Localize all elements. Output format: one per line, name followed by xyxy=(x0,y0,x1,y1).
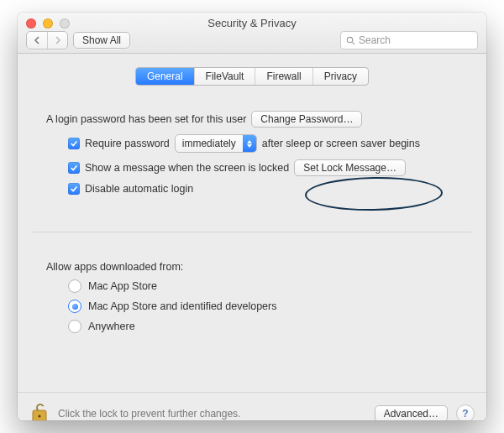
divider xyxy=(33,232,471,232)
tab-general[interactable]: General xyxy=(136,68,194,85)
help-button[interactable]: ? xyxy=(456,404,475,420)
gatekeeper-heading: Allow apps downloaded from: xyxy=(46,261,183,273)
svg-point-4 xyxy=(38,415,40,417)
check-icon xyxy=(70,139,78,148)
set-lock-message-button[interactable]: Set Lock Message… xyxy=(294,159,406,176)
preferences-window: Security & Privacy Show All Search Gener… xyxy=(18,13,486,420)
tab-bar: General FileVault Firewall Privacy xyxy=(135,67,369,86)
tab-firewall[interactable]: Firewall xyxy=(255,68,312,85)
stepper-arrows-icon xyxy=(243,135,256,152)
advanced-button[interactable]: Advanced… xyxy=(375,405,448,420)
tab-filevault[interactable]: FileVault xyxy=(194,68,255,85)
toolbar: Show All Search xyxy=(26,31,478,50)
tab-privacy[interactable]: Privacy xyxy=(312,68,368,85)
gatekeeper-section: Allow apps downloaded from: Mac App Stor… xyxy=(33,248,471,348)
password-section: A login password has been set for this u… xyxy=(33,101,471,210)
radio-mac-app-store-label: Mac App Store xyxy=(88,280,157,292)
require-password-label-after: after sleep or screen saver begins xyxy=(262,138,420,149)
lock-message-checkbox[interactable] xyxy=(68,162,80,174)
require-password-delay-select[interactable]: immediately xyxy=(175,134,257,153)
disable-auto-login-checkbox[interactable] xyxy=(68,183,80,195)
lock-hint: Click the lock to prevent further change… xyxy=(58,408,240,420)
back-button[interactable] xyxy=(27,32,47,49)
forward-button[interactable] xyxy=(47,32,67,49)
show-all-button[interactable]: Show All xyxy=(73,32,130,49)
search-field[interactable]: Search xyxy=(340,31,478,50)
require-password-delay-value: immediately xyxy=(176,138,243,149)
radio-mac-app-store[interactable] xyxy=(68,279,81,293)
check-icon xyxy=(70,185,78,193)
nav-segment xyxy=(26,31,68,50)
titlebar: Security & Privacy Show All Search xyxy=(18,13,486,54)
radio-identified-devs[interactable] xyxy=(68,300,81,313)
body: General FileVault Firewall Privacy A log… xyxy=(18,67,486,420)
password-status-text: A login password has been set for this u… xyxy=(46,113,246,125)
check-icon xyxy=(70,164,78,172)
lock-message-label: Show a message when the screen is locked xyxy=(85,162,289,174)
disable-auto-login-label: Disable automatic login xyxy=(85,183,193,195)
require-password-label-before: Require password xyxy=(85,138,170,149)
search-placeholder: Search xyxy=(359,34,391,46)
window-title: Security & Privacy xyxy=(18,17,486,29)
footer: Click the lock to prevent further change… xyxy=(18,392,486,420)
svg-point-0 xyxy=(347,37,352,42)
svg-line-1 xyxy=(352,42,354,44)
require-password-checkbox[interactable] xyxy=(68,138,80,149)
radio-identified-devs-label: Mac App Store and identified developers xyxy=(88,300,276,312)
search-icon xyxy=(346,36,355,45)
lock-icon[interactable] xyxy=(29,402,50,420)
radio-anywhere-label: Anywhere xyxy=(88,321,135,332)
change-password-button[interactable]: Change Password… xyxy=(251,111,362,128)
radio-anywhere[interactable] xyxy=(68,320,81,333)
